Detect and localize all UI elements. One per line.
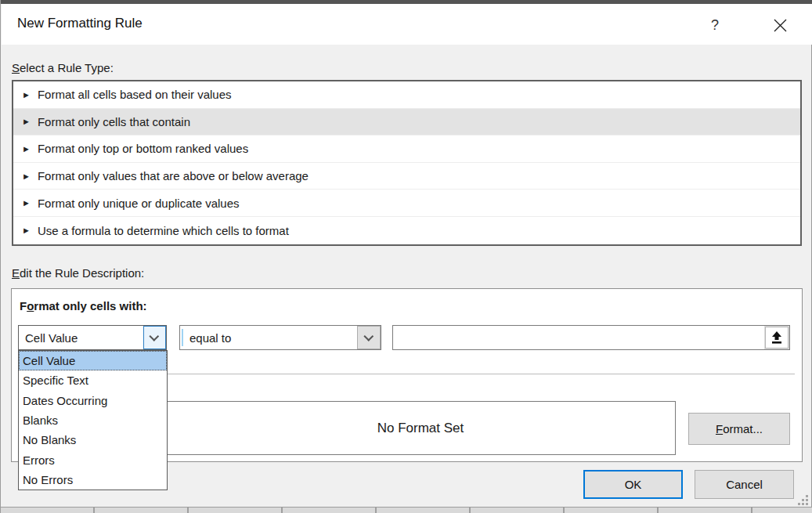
rule-type-item-label: Format only values that are above or bel… xyxy=(38,169,309,182)
rule-bullet-icon: ► xyxy=(22,90,31,99)
rule-bullet-icon: ► xyxy=(22,144,31,154)
rule-type-list: ► Format all cells based on their values… xyxy=(12,80,802,246)
dropdown-item[interactable]: No Blanks xyxy=(19,430,167,450)
rule-type-item[interactable]: ► Use a formula to determine which cells… xyxy=(13,217,800,244)
collapse-dialog-button[interactable] xyxy=(765,327,789,349)
dropdown-item-selected[interactable]: Cell Value xyxy=(19,351,167,370)
rule-bullet-icon: ► xyxy=(22,226,31,235)
close-icon xyxy=(774,19,787,32)
title-bar: New Formatting Rule ? xyxy=(2,4,812,45)
value-input-wrapper xyxy=(392,325,790,350)
dialog-title: New Formatting Rule xyxy=(17,16,143,31)
condition-type-value: Cell Value xyxy=(19,331,143,345)
operator-combobox[interactable]: equal to xyxy=(179,325,381,350)
value-input[interactable] xyxy=(393,326,765,349)
dropdown-item[interactable]: Dates Occurring xyxy=(19,391,167,410)
operator-value: equal to xyxy=(183,331,357,345)
collapse-dialog-icon xyxy=(770,331,783,345)
rule-type-item-label: Format all cells based on their values xyxy=(38,88,232,101)
dropdown-item[interactable]: No Errors xyxy=(19,470,167,490)
rule-type-item[interactable]: ► Format only top or bottom ranked value… xyxy=(13,135,800,163)
edit-description-label: Edit the Rule Description: xyxy=(12,266,144,280)
rule-bullet-icon: ► xyxy=(22,172,31,181)
rule-type-item-label: Format only cells that contain xyxy=(38,115,190,128)
format-only-cells-with-label: Format only cells with: xyxy=(20,299,147,312)
dropdown-item[interactable]: Errors xyxy=(19,450,167,469)
cancel-button[interactable]: Cancel xyxy=(695,470,794,499)
help-button[interactable]: ? xyxy=(701,12,729,38)
condition-type-dropdown-button[interactable] xyxy=(143,326,166,349)
operator-dropdown-button[interactable] xyxy=(357,326,381,349)
dropdown-item[interactable]: Blanks xyxy=(19,410,167,430)
rule-type-item-label: Format only top or bottom ranked values xyxy=(38,142,248,155)
resize-grip[interactable] xyxy=(798,495,809,506)
condition-type-combobox[interactable]: Cell Value xyxy=(18,325,167,350)
rule-bullet-icon: ► xyxy=(22,198,31,208)
format-button[interactable]: Format... xyxy=(688,413,790,445)
background-worksheet-strip xyxy=(1,508,812,513)
rule-type-item-label: Use a formula to determine which cells t… xyxy=(38,224,289,237)
chevron-down-icon xyxy=(149,331,159,341)
rule-type-item-label: Format only unique or duplicate values xyxy=(38,197,240,210)
format-preview-text: No Format Set xyxy=(377,421,464,436)
rule-type-label: Select a Rule Type: xyxy=(12,61,114,74)
close-button[interactable] xyxy=(764,12,796,38)
rule-type-item[interactable]: ► Format only unique or duplicate values xyxy=(13,190,800,217)
rule-type-item-selected[interactable]: ► Format only cells that contain xyxy=(13,109,800,136)
rule-bullet-icon: ► xyxy=(22,117,31,126)
condition-type-dropdown-list: Cell Value Specific Text Dates Occurring… xyxy=(18,350,168,490)
dropdown-item[interactable]: Specific Text xyxy=(19,370,167,390)
ok-button[interactable]: OK xyxy=(583,470,683,499)
format-preview: No Format Set xyxy=(165,401,676,455)
rule-type-item[interactable]: ► Format all cells based on their values xyxy=(13,81,800,109)
new-formatting-rule-dialog: New Formatting Rule ? Select a Rule Type… xyxy=(0,0,812,513)
rule-type-item[interactable]: ► Format only values that are above or b… xyxy=(13,163,800,190)
chevron-down-icon xyxy=(363,331,374,341)
